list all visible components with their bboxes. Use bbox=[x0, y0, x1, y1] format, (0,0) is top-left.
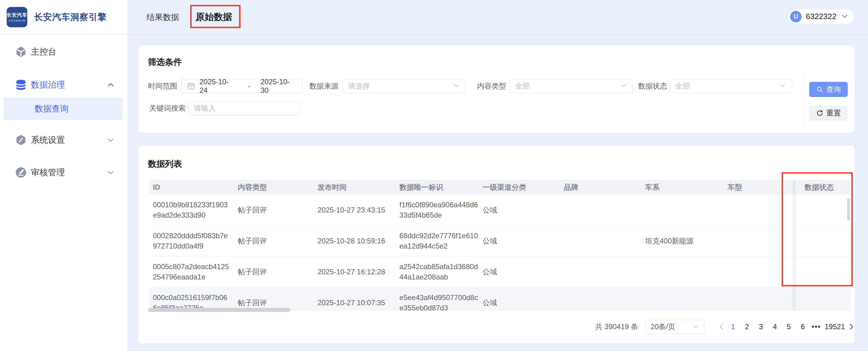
content-type-select[interactable]: 全部 bbox=[509, 79, 633, 93]
cell-publish-time: 2025-10-27 23:43:15 bbox=[317, 195, 396, 225]
date-start-value[interactable]: 2025-10-24 bbox=[199, 77, 236, 95]
table-row[interactable]: 00010b9b818233f1903e9ad2de333d90 帖子回评 20… bbox=[149, 195, 851, 225]
calendar-icon bbox=[187, 82, 195, 90]
reset-button[interactable]: 重置 bbox=[809, 105, 848, 121]
sidebar-item-data-query[interactable]: 数据查询 bbox=[4, 98, 123, 120]
col-header-channel: 一级渠道分类 bbox=[483, 180, 560, 195]
sidebar-item-data-governance[interactable]: 数据治理 bbox=[0, 74, 127, 96]
date-end-value[interactable]: 2025-10-30 bbox=[260, 77, 297, 95]
page-number-3[interactable]: 3 bbox=[756, 322, 766, 331]
cell-status bbox=[796, 195, 851, 225]
cell-brand bbox=[564, 256, 641, 287]
horizontal-scrollbar[interactable] bbox=[148, 308, 290, 312]
cell-unique-id: f1f6c0f890ea906a448d633d5f4b65de bbox=[399, 195, 481, 225]
chevron-up-icon bbox=[107, 81, 115, 89]
cell-content-type: 帖子回评 bbox=[238, 225, 314, 256]
cell-series bbox=[645, 195, 724, 225]
search-icon bbox=[816, 86, 824, 93]
prev-page-icon[interactable] bbox=[717, 323, 726, 331]
fixed-status-column: 数据状态 bbox=[796, 180, 851, 311]
filter-card-title: 筛选条件 bbox=[148, 56, 182, 68]
chevron-down-icon bbox=[779, 82, 786, 90]
cell-brand bbox=[564, 225, 641, 256]
page-size-select[interactable]: 20条/页 bbox=[645, 320, 704, 334]
next-page-icon[interactable] bbox=[847, 323, 856, 331]
page-number-last[interactable]: 19521 bbox=[825, 322, 845, 331]
cell-brand bbox=[564, 195, 641, 225]
topbar-divider bbox=[0, 34, 868, 35]
cell-id: 000c0a02516159f7b066e85f3aa2725e bbox=[153, 287, 231, 311]
filter-actions-divider bbox=[803, 76, 804, 127]
user-menu[interactable]: U 6322322 bbox=[788, 9, 854, 24]
cell-channel: 公域 bbox=[483, 287, 560, 311]
chevron-down-icon bbox=[692, 323, 699, 330]
sidebar-item-label: 数据治理 bbox=[31, 79, 65, 91]
app-root: 长安汽车 CHANGAN 长安汽车洞察引擎 主控台 数据治理 数据查询 bbox=[0, 0, 868, 351]
sidebar-item-label: 审核管理 bbox=[31, 167, 65, 178]
col-header-unique-id: 数据唯一标识 bbox=[399, 180, 481, 195]
database-icon bbox=[15, 79, 27, 91]
refresh-icon bbox=[816, 109, 824, 117]
pagination-ellipsis[interactable]: ••• bbox=[812, 322, 821, 331]
sidebar: 长安汽车 CHANGAN 长安汽车洞察引擎 主控台 数据治理 数据查询 bbox=[0, 0, 127, 351]
page-size-value: 20条/页 bbox=[651, 322, 675, 331]
cell-id: 0002820dddd5f083b7e972710dd0a4f9 bbox=[153, 225, 231, 256]
vertical-scrollbar[interactable] bbox=[847, 198, 850, 221]
user-name: 6322322 bbox=[806, 12, 836, 21]
col-header-brand: 品牌 bbox=[564, 180, 641, 195]
cell-status bbox=[796, 225, 851, 256]
col-header-model: 车型 bbox=[727, 180, 791, 195]
date-range-picker[interactable]: 2025-10-24 - 2025-10-30 bbox=[181, 79, 302, 93]
app-title: 长安汽车洞察引擎 bbox=[34, 11, 107, 23]
brand: 长安汽车 CHANGAN 长安汽车洞察引擎 bbox=[0, 0, 127, 34]
col-header-publish-time: 发布时间 bbox=[317, 180, 396, 195]
cell-channel: 公域 bbox=[483, 225, 560, 256]
cell-series: 坦克400新能源 bbox=[645, 225, 724, 256]
data-status-value: 全部 bbox=[675, 81, 690, 91]
cell-series bbox=[645, 256, 724, 287]
content-type-label: 内容类型 bbox=[477, 79, 506, 93]
keyword-input[interactable] bbox=[188, 101, 300, 115]
cell-model bbox=[727, 287, 791, 311]
col-header-content-type: 内容类型 bbox=[238, 180, 314, 195]
cell-unique-id: 68ddc92d2e7776f1e610ea12d944c5e2 bbox=[399, 225, 481, 256]
table-row[interactable]: 0002820dddd5f083b7e972710dd0a4f9 帖子回评 20… bbox=[149, 225, 851, 256]
date-range-separator: - bbox=[248, 82, 250, 90]
tab-result-data[interactable]: 结果数据 bbox=[147, 12, 179, 23]
data-status-select[interactable]: 全部 bbox=[670, 79, 792, 93]
cell-content-type: 帖子回评 bbox=[238, 256, 314, 287]
cube-icon bbox=[15, 46, 27, 58]
keyword-label: 关键词搜索 bbox=[149, 101, 186, 115]
cell-unique-id: a2542cab85afa1d3680d44a1ae208aab bbox=[399, 256, 481, 287]
table-row[interactable]: 0005c807a2deacb4125254796eaada1e 帖子回评 20… bbox=[149, 256, 851, 287]
search-button[interactable]: 查询 bbox=[809, 82, 848, 97]
page-number-4[interactable]: 4 bbox=[770, 322, 780, 331]
tab-raw-data[interactable]: 原始数据 bbox=[196, 11, 232, 23]
data-status-label: 数据状态 bbox=[638, 79, 667, 93]
sidebar-item-label: 主控台 bbox=[31, 46, 56, 58]
chevron-down-icon bbox=[107, 136, 115, 144]
page-number-2[interactable]: 2 bbox=[742, 322, 752, 331]
reset-button-label: 重置 bbox=[827, 108, 841, 118]
cell-publish-time: 2025-10-27 16:12:28 bbox=[317, 256, 396, 287]
cell-series bbox=[645, 287, 724, 311]
page-number-1[interactable]: 1 bbox=[728, 322, 738, 331]
cell-content-type: 帖子回评 bbox=[238, 287, 314, 311]
page-number-6[interactable]: 6 bbox=[798, 322, 808, 331]
data-source-select[interactable]: 请选择 bbox=[342, 79, 466, 93]
data-source-label: 数据来源 bbox=[309, 79, 338, 93]
sidebar-item-console[interactable]: 主控台 bbox=[0, 41, 127, 63]
sidebar-item-system-settings[interactable]: 系统设置 bbox=[0, 129, 127, 151]
table-row[interactable]: 000c0a02516159f7b066e85f3aa2725e 帖子回评 20… bbox=[149, 287, 851, 311]
filter-card: 筛选条件 时间范围 2025-10-24 - 2025-10-30 数据来源 请… bbox=[138, 45, 855, 133]
logo-text-cn: 长安汽车 bbox=[7, 12, 27, 19]
cell-publish-time: 2025-10-28 10:59:16 bbox=[317, 225, 396, 256]
chevron-down-icon bbox=[841, 12, 848, 21]
col-header-series: 车系 bbox=[645, 180, 724, 195]
cell-model bbox=[727, 256, 791, 287]
page-number-5[interactable]: 5 bbox=[784, 322, 794, 331]
data-list-title: 数据列表 bbox=[148, 158, 182, 170]
cell-channel: 公域 bbox=[483, 195, 560, 225]
pagination: 共 390419 条 20条/页 1 2 3 4 5 6 ••• 19521 bbox=[595, 319, 856, 334]
sidebar-item-audit-management[interactable]: 审核管理 bbox=[0, 162, 127, 183]
